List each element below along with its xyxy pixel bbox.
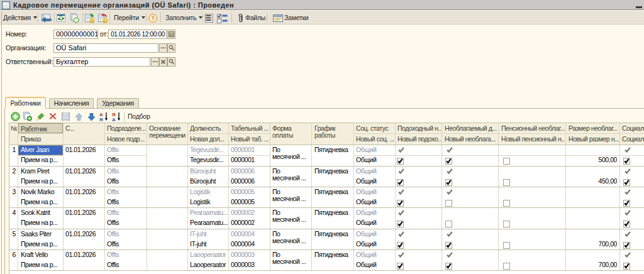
- svg-text:А: А: [112, 117, 116, 122]
- svg-text:?: ?: [151, 15, 155, 21]
- svg-text:сох: сох: [64, 118, 67, 121]
- svg-text:Я: Я: [99, 117, 103, 122]
